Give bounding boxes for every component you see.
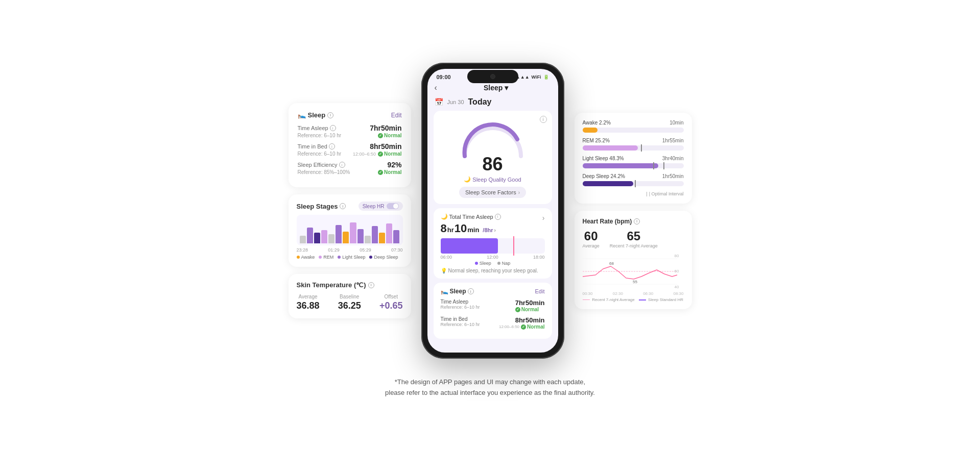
stages-title: Sleep Stages i: [297, 203, 346, 210]
phone-notch: [467, 70, 518, 83]
light-label: Light Sleep 48.3%: [583, 156, 624, 161]
score-info-icon[interactable]: i: [540, 116, 547, 123]
time-reference: /8hr ›: [483, 227, 496, 233]
time-display: 8 hr 10 min /8hr ›: [441, 222, 545, 235]
time-asleep-value: 7hr50min: [370, 124, 401, 132]
date-header: 📅 Jun 30 Today: [427, 95, 558, 111]
optimal-bar-icon: |: [646, 191, 647, 196]
sleep-hr-toggle[interactable]: Sleep HR: [358, 202, 403, 211]
date-prefix: Jun 30: [447, 99, 464, 105]
stage-bar-awake-5: [379, 233, 385, 243]
time-asleep-status: Normal: [378, 133, 401, 138]
phone-frame: 09:00 ▲▲▲ WiFi 🔋 ‹ Sleep ▾ 📅 Jun 30: [421, 63, 564, 359]
time-in-bed-info[interactable]: i: [329, 143, 335, 149]
footer-line-1: *The design of APP pages and UI may chan…: [385, 377, 595, 388]
time-in-bed-label: Time in Bed i: [298, 143, 335, 149]
hr-toggle-switch[interactable]: [387, 203, 399, 209]
total-time-moon-icon: 🌙: [441, 213, 448, 220]
hr-values: 60 Average 65 Recent 7-night Average: [583, 229, 684, 248]
sleep-efficiency-info[interactable]: i: [339, 162, 345, 168]
rem-stage-row: REM 25.2% 1hr55min: [583, 138, 684, 151]
rem-marker: [641, 144, 642, 152]
hr-legend-solid: Sleep Standard HR: [639, 297, 683, 302]
hr-header: Heart Rate (bpm) i: [583, 218, 684, 225]
time-in-bed-ref: Reference: 6–10 hr 12:00–6:50 Normal: [298, 151, 402, 157]
calendar-icon: 📅: [435, 98, 443, 106]
back-button[interactable]: ‹: [435, 83, 437, 92]
notch-camera: [490, 74, 495, 79]
rem-bar-fill: [583, 145, 638, 151]
stages-chart: [297, 215, 403, 245]
legend-deep-sleep: Deep Sleep: [369, 255, 398, 260]
gauge-container: 86 🌙 Sleep Quality Good Sleep Score Fact…: [442, 118, 544, 198]
sleep-efficiency-status: Normal: [378, 169, 401, 175]
battery-icon: 🔋: [543, 74, 549, 80]
hr-y-labels: 80 60 40: [675, 254, 684, 289]
time-asleep-row: Time Asleep i 7hr50min Reference: 6–10 h…: [298, 124, 402, 138]
light-marker-1: [653, 162, 654, 169]
sleep-card-header: 🛌 Sleep i Edit: [298, 111, 402, 119]
right-cards: Awake 2.2% 10min REM 25.2% 1hr55min: [575, 113, 692, 309]
phone-sleep-info[interactable]: i: [468, 288, 474, 294]
hr-info-icon[interactable]: i: [634, 218, 640, 224]
deep-marker: [635, 180, 636, 187]
rem-bar-bg: [583, 145, 684, 151]
sleep-info-icon[interactable]: i: [327, 112, 333, 118]
phone-sleep-card: 🛌 Sleep i Edit Time Asleep Reference: 6–…: [434, 283, 552, 339]
sleep-efficiency-label: Sleep Efficiency i: [298, 162, 345, 168]
deep-label: Deep Sleep 24.2%: [583, 173, 625, 179]
phone-sleep-title: 🛌 Sleep i: [441, 288, 474, 295]
total-time-info[interactable]: i: [495, 214, 501, 220]
awake-time: 10min: [670, 120, 683, 126]
dashed-line-icon: [583, 299, 590, 300]
phone-sleep-edit[interactable]: Edit: [535, 288, 545, 294]
legend-light-sleep: Light Sleep: [338, 255, 365, 260]
legend-awake: Awake: [297, 255, 315, 260]
sleep-dot: [475, 262, 478, 265]
sleep-bar-times: 06:00 12:00 18:00: [441, 255, 545, 260]
stages-times: 23:28 01:29 05:29 07:30: [297, 247, 403, 253]
chevron-right-icon: ›: [518, 190, 520, 195]
temp-baseline-col: Baseline 36.25: [338, 294, 361, 311]
hr-chart: 68 55 80 60 40: [583, 254, 684, 289]
svg-text:55: 55: [633, 280, 637, 284]
score-factors-button[interactable]: Sleep Score Factors ›: [459, 187, 526, 198]
sleep-bar-chart: [441, 238, 545, 254]
hr-recent-label: Recent 7-night Average: [610, 243, 658, 248]
stage-bar-rem-3: [386, 223, 392, 243]
deep-time: 1hr50min: [662, 173, 684, 179]
time-in-bed-value: 8hr50min: [370, 142, 401, 151]
phone-sleep-icon: 🛌: [441, 288, 448, 295]
nap-dot: [497, 262, 500, 265]
stages-header: Sleep Stages i Sleep HR: [297, 202, 403, 211]
stages-info-icon[interactable]: i: [340, 203, 346, 209]
light-sleep-dot: [338, 256, 341, 259]
hr-recent-value: 65: [610, 229, 658, 243]
footer-line-2: please refer to the actual interface you…: [385, 388, 595, 398]
time-ref-chevron: ›: [494, 228, 496, 233]
stage-bar-light-1: [307, 228, 313, 243]
left-cards: 🛌 Sleep i Edit Time Asleep i 7hr50min Re…: [289, 103, 411, 318]
date-today: Today: [468, 97, 492, 107]
hr-average-label: Average: [583, 243, 600, 248]
phone-time-in-bed-row: Time in Bed Reference: 6–10 hr 8hr50min …: [441, 316, 545, 330]
status-icons: ▲▲▲ WiFi 🔋: [516, 74, 549, 80]
sleep-edit-button[interactable]: Edit: [391, 112, 402, 119]
sleep-bar-marker: [513, 236, 514, 256]
sleep-stages-breakdown-card: Awake 2.2% 10min REM 25.2% 1hr55min: [575, 113, 692, 204]
total-time-chevron[interactable]: ›: [542, 214, 545, 222]
skin-temp-info[interactable]: i: [368, 282, 374, 288]
time-asleep-info[interactable]: i: [330, 125, 336, 131]
rem-dot: [319, 256, 322, 259]
skin-temp-title: Skin Temperature (℃) i: [297, 281, 403, 289]
heart-rate-card: Heart Rate (bpm) i 60 Average 65 Recent …: [575, 211, 692, 309]
light-stage-row: Light Sleep 48.3% 3hr40min: [583, 156, 684, 168]
hr-legend-dashed: Recent 7-night Average: [583, 297, 635, 302]
temp-offset-col: Offset +0.65: [379, 294, 403, 311]
hr-average-value: 60: [583, 229, 600, 243]
stage-bar-rem-2: [350, 222, 356, 244]
stages-legend: Awake REM Light Sleep Deep Sleep: [297, 255, 403, 260]
hr-average-col: 60 Average: [583, 229, 600, 248]
legend-nap: Nap: [497, 261, 511, 266]
sleep-card-title: 🛌 Sleep i: [298, 111, 334, 119]
